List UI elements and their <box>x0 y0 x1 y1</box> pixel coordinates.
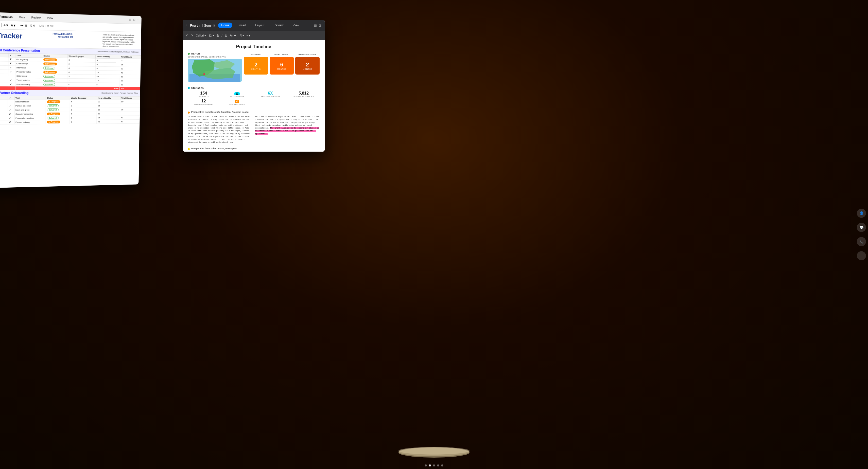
person-icon[interactable]: 👤 <box>857 209 866 218</box>
highlight-text: The grant allowed me to expand my studio… <box>255 127 319 135</box>
back-button[interactable]: ‹ <box>186 23 187 28</box>
col-letters: I J K L M N O <box>39 24 54 28</box>
tab-view[interactable]: View <box>290 23 302 28</box>
stats-label-row: Statistics <box>188 87 319 90</box>
row-letters: G H <box>30 24 35 27</box>
phone-icon[interactable]: 📞 <box>857 237 866 246</box>
stats-grid: 154 STUDENTS 11 NATIONALITIES 6X PROGRAM… <box>188 91 319 105</box>
perspective-dorothee-text1: "I come from a town in the south of Fran… <box>188 115 252 144</box>
stat-months-value: 12 <box>188 99 220 103</box>
dot-5[interactable] <box>441 464 443 466</box>
timeline-panel: PLANNING 2 Months DEVELOPMENT 6 Months <box>244 53 319 81</box>
doc-icon-1[interactable]: ⊟ <box>314 24 317 27</box>
side-icon-panel: 👤 💬 📞 ··· <box>857 209 866 260</box>
stat-nationalities-badge: 11 <box>234 92 240 95</box>
font-name[interactable]: Calibri ▾ <box>196 34 206 37</box>
stat-growth-value: 6X <box>254 91 286 96</box>
stat-mentors: 4 MENTORS HIRED <box>221 99 253 105</box>
tab-insert[interactable]: Insert <box>236 23 249 28</box>
dot-3[interactable] <box>433 464 435 466</box>
col-total-hours: Total Hours <box>120 96 140 100</box>
doc-title[interactable]: Fourth...l Summit <box>190 24 215 27</box>
toolbar-icon-2[interactable]: ⊡ <box>133 18 135 21</box>
col-check: ✓ <box>8 96 14 100</box>
table-row: Documentation In Progress 42080 <box>0 100 140 104</box>
perspective-dorothee-header: Perspective from Dorothée Saintilan, Pro… <box>188 111 319 114</box>
planning-col: PLANNING 2 Months <box>244 54 268 74</box>
reach-label-row: Reach <box>188 53 242 55</box>
doc-icon-2[interactable]: ⊠ <box>319 24 322 27</box>
para-style[interactable]: ¶ ▾ <box>240 34 244 37</box>
implementation-number: 2 <box>306 61 309 68</box>
spreadsheet-window: Draw Formulas Data Review View ⊞ ⊡ ··· I… <box>0 12 142 188</box>
stat-growth: 6X PROGRAM GROWTH <box>254 91 286 97</box>
sheet-title-area: ce Tracker FOR ALEJANDRA: UPDATED 6/3 Th… <box>0 29 141 49</box>
ribbon-tab-review[interactable]: Review <box>30 15 42 20</box>
cell-border-btn[interactable]: ⊟ <box>0 23 2 27</box>
tab-home[interactable]: Home <box>218 23 232 28</box>
ribbon-tab-view[interactable]: View <box>45 15 55 20</box>
map-panel: Reach SOUTHERN FRANCE, NORTHERN SPAIN <box>188 53 242 81</box>
document-window: ‹ Fourth...l Summit Home Insert Layout R… <box>183 20 325 152</box>
stat-students-label: STUDENTS <box>188 96 220 97</box>
implementation-col: IMPLEMENTATION 2 Months <box>295 54 319 74</box>
perspective-dorothee-title: Perspective from Dorothée Saintilan, Pro… <box>191 111 249 113</box>
tab-review[interactable]: Review <box>270 23 286 28</box>
stat-growth-label: PROGRAM GROWTH <box>254 96 286 97</box>
toolbar-icon-1[interactable]: ⊞ <box>129 18 131 21</box>
perspective-dorothee-text2: this was a valuable experience. When I c… <box>255 115 319 135</box>
font-size-up[interactable]: A↑ A↓ <box>230 34 238 37</box>
development-col: DEVELOPMENT 6 Months <box>270 54 294 74</box>
col-task: Task <box>15 54 42 58</box>
tab-layout[interactable]: Layout <box>252 23 267 28</box>
align-center[interactable]: ⊞ <box>25 24 27 27</box>
table-row: May 08 ✗ Partner training In Progress 14… <box>0 120 140 124</box>
development-unit: Months <box>277 68 286 70</box>
doc-top-row: Reach SOUTHERN FRANCE, NORTHERN SPAIN <box>188 53 319 81</box>
fill-color-btn[interactable]: A▼ <box>4 23 9 27</box>
perspective-dorothee-cols: "I come from a town in the south of Fran… <box>188 115 319 144</box>
development-box: 6 Months <box>270 57 294 74</box>
underline-btn[interactable]: U <box>225 34 227 37</box>
font-color-btn[interactable]: A▼ <box>11 23 16 27</box>
col-weeks: Weeks Engaged <box>67 54 96 58</box>
col-total-hours: Total Hours <box>120 55 141 59</box>
map-svg <box>188 59 242 81</box>
italic-btn[interactable]: I <box>221 34 222 37</box>
stat-students: 154 STUDENTS <box>188 91 220 97</box>
col-status: Status <box>46 96 70 100</box>
sheet-note: There is a mock-up of a new template we … <box>102 33 137 48</box>
bold-btn[interactable]: B <box>217 34 219 37</box>
statistics-section: Statistics 154 STUDENTS 11 NATIONALITIES… <box>188 87 319 105</box>
section1-coords: Coordinators: Andy Hodgson, Michael Robi… <box>97 50 139 53</box>
section1-title: Lilypad Conference Presentation <box>0 48 40 53</box>
svg-point-8 <box>399 447 469 455</box>
col-task: Task <box>14 96 46 100</box>
align-left[interactable]: ≡▾ <box>20 24 24 27</box>
sheet-title: ce Tracker <box>0 31 22 40</box>
dot-4[interactable] <box>437 464 439 466</box>
doc-content: Project Timeline Reach SOUTHERN FRANCE, … <box>183 40 325 152</box>
font-size[interactable]: 12 ▾ <box>209 34 214 37</box>
col-date: Date Updated <box>0 53 9 57</box>
dots-icon[interactable]: ··· <box>857 251 866 260</box>
stat-months-label: MONTHS OPERATING <box>188 103 220 105</box>
dot-2[interactable] <box>429 464 431 466</box>
redo-btn[interactable]: ↷ <box>191 34 193 37</box>
ribbon-tab-formulas[interactable]: Formulas <box>0 14 14 19</box>
col-check: ✓ <box>9 54 15 57</box>
phase-labels-row: PLANNING 2 Months DEVELOPMENT 6 Months <box>244 54 319 74</box>
implementation-box: 2 Months <box>295 57 319 74</box>
undo-btn[interactable]: ↶ <box>186 34 188 37</box>
stat-months: 12 MONTHS OPERATING <box>188 99 220 105</box>
dot-1[interactable] <box>425 464 427 466</box>
perspective-dorothee-col2: this was a valuable experience. When I c… <box>255 115 319 144</box>
list-btn[interactable]: ≡ ▾ <box>247 34 250 37</box>
toolbar-icon-3[interactable]: ··· <box>137 18 140 22</box>
ribbon-tab-data[interactable]: Data <box>17 15 27 20</box>
stat-hours: 5,812 INSTRUCTION HOURS <box>288 91 320 97</box>
section2-table: Date Updated ✓ Task Status Weeks Engaged… <box>0 96 140 125</box>
implementation-label: IMPLEMENTATION <box>295 54 319 56</box>
yoko-title: Perspective from Yoko Tanaka, Participan… <box>191 147 237 150</box>
chat-icon[interactable]: 💬 <box>857 223 866 232</box>
